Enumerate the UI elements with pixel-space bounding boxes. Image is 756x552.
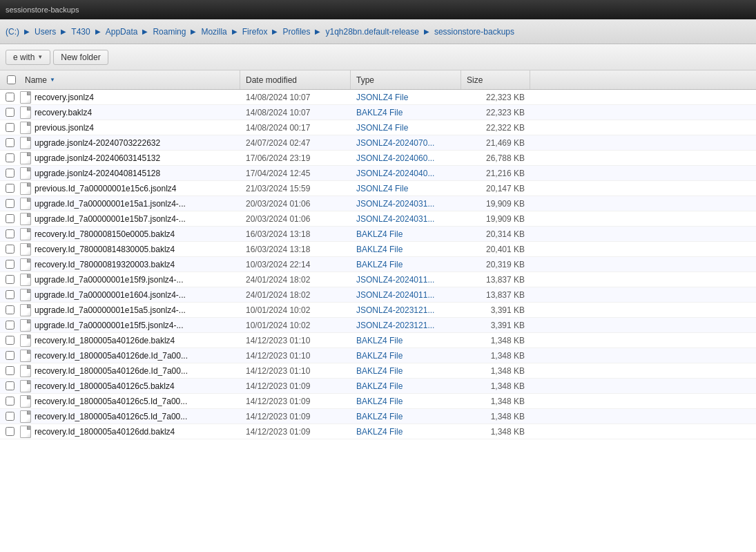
table-row[interactable]: upgrade.Id_7a00000001e15f9.jsonlz4-... 2… <box>0 272 756 287</box>
row-checkbox-18[interactable] <box>6 366 14 375</box>
table-row[interactable]: upgrade.Id_7a00000001e15b7.jsonlz4-... 2… <box>0 211 756 227</box>
table-row[interactable]: previous.jsonlz4 14/08/2024 00:17 JSONLZ… <box>0 120 756 135</box>
column-header-date[interactable]: Date modified <box>240 70 351 89</box>
row-checkbox-8[interactable] <box>6 214 14 223</box>
table-row[interactable]: recovery.Id_1800005a40126c5.Id_7a00... 1… <box>0 394 756 409</box>
file-icon-0 <box>19 91 32 104</box>
row-checkbox-16[interactable] <box>6 336 14 345</box>
row-checkbox-4[interactable] <box>6 153 14 162</box>
table-row[interactable]: recovery.baklz4 14/08/2024 10:07 BAKLZ4 … <box>0 105 756 120</box>
breadcrumb-item-6[interactable]: Firefox <box>242 27 268 37</box>
new-folder-button[interactable]: New folder <box>53 50 108 65</box>
table-row[interactable]: recovery.jsonlz4 14/08/2024 10:07 JSONLZ… <box>0 90 756 105</box>
table-row[interactable]: recovery.Id_1800005a40126dd.baklz4 14/12… <box>0 424 756 439</box>
cell-date-10: 16/03/2024 13:18 <box>240 245 351 254</box>
row-checkbox-22[interactable] <box>6 427 14 436</box>
file-icon-18 <box>19 365 32 377</box>
row-checkbox-2[interactable] <box>6 123 14 132</box>
breadcrumb-item-4[interactable]: Roaming <box>153 27 186 37</box>
row-checkbox-14[interactable] <box>6 305 14 314</box>
file-icon-1 <box>19 106 32 119</box>
share-button[interactable]: e with ▼ <box>6 50 50 65</box>
table-row[interactable]: recovery.Id_1800005a40126de.Id_7a00... 1… <box>0 363 756 379</box>
breadcrumb-item-8[interactable]: y1qh28bn.default-release <box>325 27 418 37</box>
row-checkbox-19[interactable] <box>6 381 14 390</box>
file-icon-10 <box>19 243 32 256</box>
row-checkbox-6[interactable] <box>6 184 14 193</box>
column-header-type[interactable]: Type <box>351 70 461 89</box>
table-row[interactable]: upgrade.jsonlz4-20240408145128 17/04/202… <box>0 166 756 181</box>
breadcrumb-arrow-3: ▶ <box>142 28 148 35</box>
cell-size-15: 3,391 KB <box>461 321 530 330</box>
table-row[interactable]: previous.Id_7a00000001e15c6.jsonlz4 21/0… <box>0 181 756 196</box>
row-checkbox-9[interactable] <box>6 229 14 238</box>
table-row[interactable]: recovery.Id_7800008150e0005.baklz4 16/03… <box>0 227 756 242</box>
file-icon-16 <box>19 334 32 347</box>
table-row[interactable]: upgrade.jsonlz4-20240603145132 17/06/202… <box>0 151 756 166</box>
cell-date-21: 14/12/2023 01:09 <box>240 412 351 421</box>
row-checkbox-cell <box>0 275 19 284</box>
table-row[interactable]: upgrade.jsonlz4-20240703222632 24/07/202… <box>0 135 756 151</box>
table-row[interactable]: recovery.Id_780000814830005.baklz4 16/03… <box>0 242 756 257</box>
cell-name-11: recovery.Id_780000819320003.baklz4 <box>19 258 240 271</box>
row-checkbox-17[interactable] <box>6 351 14 360</box>
table-row[interactable]: upgrade.Id_7a00000001e15f5.jsonlz4-... 1… <box>0 318 756 333</box>
file-icon-img-15 <box>20 319 31 332</box>
new-folder-label: New folder <box>61 53 100 62</box>
cell-size-22: 1,348 KB <box>461 427 530 437</box>
breadcrumb-item-1[interactable]: Users <box>35 27 56 37</box>
file-icon-img-4 <box>20 152 31 164</box>
row-checkbox-15[interactable] <box>6 321 14 330</box>
row-checkbox-7[interactable] <box>6 199 14 208</box>
breadcrumb-item-2[interactable]: T430 <box>71 27 90 37</box>
name-sort-icon: ▼ <box>50 77 55 83</box>
row-checkbox-cell <box>0 290 19 299</box>
cell-name-text-10: recovery.Id_780000814830005.baklz4 <box>35 245 240 254</box>
file-icon-img-1 <box>20 106 31 119</box>
cell-date-22: 14/12/2023 01:09 <box>240 427 351 437</box>
cell-date-8: 20/03/2024 01:06 <box>240 214 351 224</box>
column-headers: Name ▼ Date modified Type Size <box>0 70 756 90</box>
row-checkbox-3[interactable] <box>6 138 14 147</box>
table-row[interactable]: recovery.Id_1800005a40126de.baklz4 14/12… <box>0 333 756 348</box>
cell-type-0: JSONLZ4 File <box>351 93 461 102</box>
cell-date-12: 24/01/2024 18:02 <box>240 275 351 285</box>
row-checkbox-1[interactable] <box>6 108 14 117</box>
breadcrumb-arrow-1: ▶ <box>61 28 66 35</box>
table-row[interactable]: recovery.Id_1800005a40126c5.Id_7a00... 1… <box>0 409 756 424</box>
cell-name-2: previous.jsonlz4 <box>19 122 240 134</box>
file-icon-img-18 <box>20 365 31 377</box>
cell-name-17: recovery.Id_1800005a40126de.Id_7a00... <box>19 350 240 362</box>
row-checkbox-21[interactable] <box>6 412 14 421</box>
breadcrumb-item-5[interactable]: Mozilla <box>201 27 226 37</box>
select-all-checkbox[interactable] <box>7 75 16 84</box>
cell-type-3: JSONLZ4-2024070... <box>351 138 461 148</box>
share-label: e with <box>13 53 35 62</box>
table-row[interactable]: recovery.Id_780000819320003.baklz4 10/03… <box>0 257 756 272</box>
table-row[interactable]: recovery.Id_1800005a40126de.Id_7a00... 1… <box>0 348 756 363</box>
table-row[interactable]: upgrade.Id_7a00000001e1604.jsonlz4-... 2… <box>0 287 756 303</box>
cell-type-11: BAKLZ4 File <box>351 260 461 269</box>
table-row[interactable]: upgrade.Id_7a00000001e15a1.jsonlz4-... 2… <box>0 196 756 211</box>
table-row[interactable]: recovery.Id_1800005a40126c5.baklz4 14/12… <box>0 379 756 394</box>
row-checkbox-10[interactable] <box>6 245 14 254</box>
breadcrumb-item-0[interactable]: (C:) <box>6 27 19 37</box>
file-icon-img-22 <box>20 426 31 438</box>
table-row[interactable]: upgrade.Id_7a00000001e15a5.jsonlz4-... 1… <box>0 303 756 318</box>
cell-size-17: 1,348 KB <box>461 351 530 361</box>
row-checkbox-12[interactable] <box>6 275 14 284</box>
breadcrumb-item-9[interactable]: sessionstore-backups <box>434 27 514 37</box>
file-icon-img-7 <box>20 198 31 210</box>
row-checkbox-5[interactable] <box>6 169 14 178</box>
cell-date-1: 14/08/2024 10:07 <box>240 108 351 117</box>
breadcrumb-item-7[interactable]: Profiles <box>282 27 310 37</box>
cell-name-1: recovery.baklz4 <box>19 106 240 119</box>
row-checkbox-20[interactable] <box>6 397 14 406</box>
column-header-name[interactable]: Name ▼ <box>19 70 240 89</box>
row-checkbox-13[interactable] <box>6 290 14 299</box>
row-checkbox-cell <box>0 184 19 193</box>
breadcrumb-item-3[interactable]: AppData <box>106 27 138 37</box>
column-header-size[interactable]: Size <box>461 70 530 89</box>
row-checkbox-11[interactable] <box>6 260 14 269</box>
row-checkbox-0[interactable] <box>6 93 14 102</box>
